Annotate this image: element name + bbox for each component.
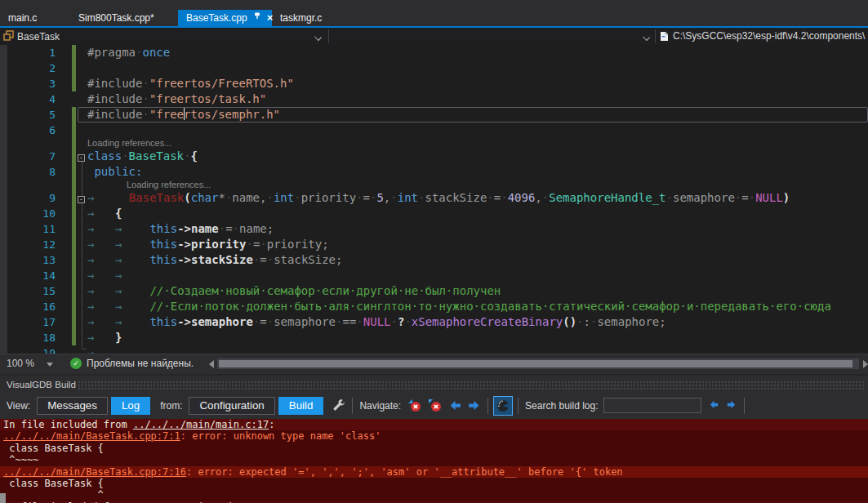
- code-line[interactable]: 18→}: [0, 330, 868, 345]
- zoom-level[interactable]: 100 %: [7, 358, 34, 369]
- tab-sim800task-cpp[interactable]: Sim800Task.cpp*: [70, 10, 178, 26]
- line-number[interactable]: [0, 180, 57, 190]
- code-line[interactable]: 3#include·"freertos/FreeRTOS.h": [0, 76, 868, 91]
- tab-label: main.c: [8, 10, 37, 26]
- scrollbar-thumb[interactable]: [219, 360, 852, 367]
- line-number[interactable]: 11: [0, 221, 57, 237]
- log-link[interactable]: ../../../main/BaseTask.cpp:7:16: [3, 466, 186, 478]
- code-token: ·: [391, 315, 398, 328]
- code-line[interactable]: 6: [0, 122, 868, 138]
- tab-basetask-cpp[interactable]: BaseTask.cpp ×: [178, 10, 272, 26]
- code-line[interactable]: 15→→ //·Создаем·новый·семафор·если·друго…: [0, 283, 868, 299]
- search-prev-icon[interactable]: [708, 398, 720, 412]
- navigate-forward-icon[interactable]: [467, 398, 481, 412]
- build-button[interactable]: Build: [278, 397, 324, 415]
- line-number[interactable]: 2: [0, 60, 57, 76]
- navigate-back-icon[interactable]: [448, 398, 462, 412]
- code-line[interactable]: 2: [0, 60, 868, 76]
- configuration-button[interactable]: Configuration: [189, 397, 274, 415]
- panel-drag-grip[interactable]: [78, 381, 865, 389]
- log-coloring-toggle-button[interactable]: [493, 396, 513, 416]
- log-line[interactable]: ^~~~~: [0, 454, 868, 465]
- codelens-line: Loading references...: [0, 180, 868, 190]
- scroll-right-icon[interactable]: [863, 360, 868, 368]
- line-number[interactable]: 10: [0, 206, 57, 221]
- scroll-left-icon[interactable]: [209, 360, 214, 368]
- scope-dropdown-value[interactable]: BaseTask: [17, 31, 60, 42]
- line-number[interactable]: 6: [0, 122, 57, 138]
- code-line[interactable]: 1#pragma·once: [0, 45, 868, 60]
- code-line[interactable]: 13→→ this->stackSize·=·stackSize;: [0, 252, 868, 268]
- horizontal-scrollbar[interactable]: [217, 358, 859, 369]
- line-number[interactable]: 16: [0, 299, 57, 314]
- line-number[interactable]: 1: [0, 45, 57, 60]
- line-number[interactable]: 19: [0, 345, 57, 354]
- scrollbar-fragment[interactable]: [0, 493, 6, 503]
- log-line[interactable]: class BaseTask {: [0, 443, 868, 454]
- line-number[interactable]: 18: [0, 330, 57, 345]
- line-number[interactable]: 8: [0, 164, 57, 180]
- gutter: [57, 237, 76, 252]
- chevron-down-icon[interactable]: [643, 33, 650, 41]
- code-line[interactable]: 12→→ this->priority·=·priority;: [0, 237, 868, 252]
- line-number[interactable]: 9: [0, 190, 57, 206]
- log-button[interactable]: Log: [111, 397, 150, 415]
- log-line[interactable]: ^: [0, 489, 868, 501]
- zoom-dropdown-arrow-icon[interactable]: [47, 363, 53, 367]
- log-link[interactable]: ../../../main/BaseTask.cpp:7:1: [3, 430, 180, 442]
- panel-title-bar[interactable]: VisualGDB Build: [0, 374, 868, 392]
- fold-toggle[interactable]: -: [78, 196, 85, 203]
- next-error-icon[interactable]: [428, 398, 442, 412]
- line-number[interactable]: [0, 138, 57, 149]
- file-path[interactable]: C:\SysGCC\esp32\esp-idf\v4.2\components\: [673, 28, 868, 45]
- code-line[interactable]: 16→→ //·Если·поток·должен·быть·аля·сингл…: [0, 299, 868, 314]
- code-line[interactable]: 9-→ BaseTask(char*·name,·int·priority·=·…: [0, 190, 868, 206]
- code-editor[interactable]: 1#pragma·once23#include·"freertos/FreeRT…: [0, 45, 868, 354]
- code-line[interactable]: 11→→ this->name·=·name;: [0, 221, 868, 237]
- code-line[interactable]: 7-class·BaseTask·{: [0, 149, 868, 164]
- code-line[interactable]: 19→: [0, 345, 868, 354]
- tab-bar: main.c Sim800Task.cpp* BaseTask.cpp × ta…: [0, 0, 868, 26]
- line-number[interactable]: 7: [0, 149, 57, 164]
- gutter: [57, 206, 76, 221]
- code-token: ·: [356, 315, 363, 328]
- line-number[interactable]: 3: [0, 76, 57, 91]
- log-link[interactable]: ../../../main/main.c:17: [133, 419, 269, 430]
- code-line[interactable]: 14→→: [0, 268, 868, 283]
- messages-button[interactable]: Messages: [37, 397, 108, 415]
- code-line[interactable]: 17→→ this->semaphore·=·semaphore·==·NULL…: [0, 314, 868, 330]
- log-line[interactable]: ../../../main/BaseTask.cpp:7:1: error: u…: [0, 430, 868, 442]
- health-check-icon[interactable]: ✓: [70, 358, 82, 369]
- prev-error-icon[interactable]: [407, 398, 421, 412]
- tab-main-c[interactable]: main.c: [0, 10, 70, 26]
- log-line[interactable]: class BaseTask {: [0, 478, 868, 489]
- fold-margin: [76, 60, 87, 76]
- fold-toggle[interactable]: -: [78, 154, 85, 162]
- fold-margin: [76, 283, 87, 299]
- pin-icon[interactable]: [253, 10, 261, 26]
- line-number[interactable]: 13: [0, 252, 57, 268]
- code-line[interactable]: 10→{: [0, 206, 868, 221]
- tab-taskmgr-c[interactable]: taskmgr.c: [272, 10, 341, 26]
- line-number[interactable]: 14: [0, 268, 57, 283]
- wrench-icon[interactable]: [332, 398, 345, 412]
- chevron-down-icon[interactable]: [314, 33, 322, 41]
- code-line[interactable]: 5#include·"freertos/semphr.h": [0, 107, 868, 122]
- line-number[interactable]: 17: [0, 314, 57, 330]
- line-number[interactable]: 4: [0, 91, 57, 107]
- fold-margin: [76, 345, 87, 354]
- code-token: name: [232, 191, 260, 204]
- code-token: int: [398, 191, 418, 204]
- line-number[interactable]: 5: [0, 107, 57, 122]
- log-line[interactable]: ../../../main/BaseTask.cpp:7:16: error: …: [0, 466, 868, 478]
- log-text: class BaseTask {: [3, 443, 104, 454]
- search-input[interactable]: [603, 398, 701, 413]
- line-number[interactable]: 12: [0, 237, 57, 252]
- code-line[interactable]: 8 public:: [0, 164, 868, 180]
- build-log[interactable]: In file included from ../../../main/main…: [0, 419, 868, 503]
- code-line[interactable]: 4#include·"freertos/task.h": [0, 91, 868, 107]
- code-token: BaseTask: [129, 149, 184, 162]
- line-number[interactable]: 15: [0, 283, 57, 299]
- log-line[interactable]: In file included from ../../../main/main…: [0, 419, 868, 430]
- search-next-icon[interactable]: [725, 398, 737, 412]
